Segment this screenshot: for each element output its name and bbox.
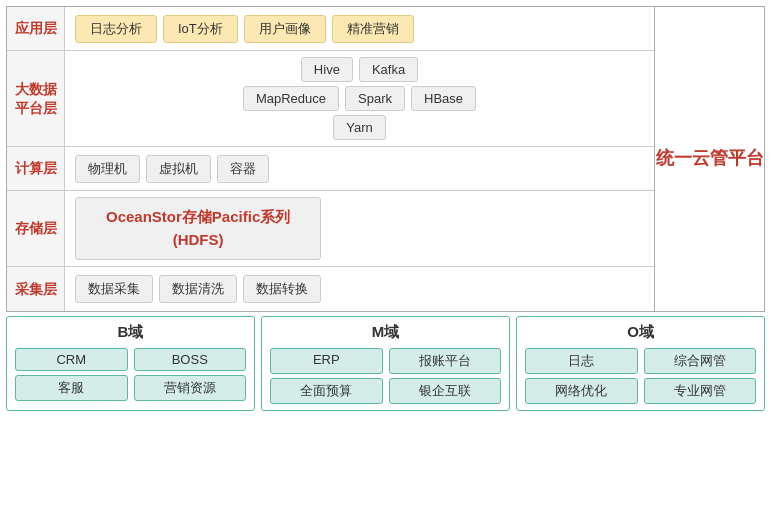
chip-physical: 物理机 <box>75 155 140 183</box>
domain-o-title: O域 <box>525 323 756 342</box>
chip-hbase: HBase <box>411 86 476 111</box>
chip-zhonghe: 综合网管 <box>644 348 757 374</box>
domain-o-row2: 网络优化 专业网管 <box>525 378 756 404</box>
chip-datatransform: 数据转换 <box>243 275 321 303</box>
chip-erp: ERP <box>270 348 383 374</box>
chip-user: 用户画像 <box>244 15 326 43</box>
domain-o: O域 日志 综合网管 网络优化 专业网管 <box>516 316 765 411</box>
chip-crm: CRM <box>15 348 128 371</box>
chip-iot: IoT分析 <box>163 15 238 43</box>
layer-content-app: 日志分析 IoT分析 用户画像 精准营销 <box>65 9 654 49</box>
chip-baozhangtai: 报账平台 <box>389 348 502 374</box>
layer-label-storage: 存储层 <box>7 191 65 266</box>
chip-spark: Spark <box>345 86 405 111</box>
chip-dataclean: 数据清洗 <box>159 275 237 303</box>
domain-m-items: ERP 报账平台 全面预算 银企互联 <box>270 348 501 404</box>
unified-cloud-label: 统一云管平台 <box>656 146 764 171</box>
domain-o-items: 日志 综合网管 网络优化 专业网管 <box>525 348 756 404</box>
domain-b: B域 CRM BOSS 客服 营销资源 <box>6 316 255 411</box>
chip-kafka: Kafka <box>359 57 418 82</box>
chip-yingxiao: 营销资源 <box>134 375 247 401</box>
domain-b-row1: CRM BOSS <box>15 348 246 371</box>
chip-marketing: 精准营销 <box>332 15 414 43</box>
platform-row-3: Yarn <box>75 115 644 140</box>
right-panel: 统一云管平台 <box>654 7 764 311</box>
layer-app: 应用层 日志分析 IoT分析 用户画像 精准营销 <box>7 7 654 51</box>
layer-label-collect: 采集层 <box>7 267 65 311</box>
layer-content-platform: Hive Kafka MapReduce Spark HBase Yarn <box>65 51 654 146</box>
domain-m: M域 ERP 报账平台 全面预算 银企互联 <box>261 316 510 411</box>
chip-yarn: Yarn <box>333 115 386 140</box>
layer-content-collect: 数据采集 数据清洗 数据转换 <box>65 269 654 309</box>
chip-log: 日志 <box>525 348 638 374</box>
domains-section: B域 CRM BOSS 客服 营销资源 M域 ERP 报账平台 <box>6 316 765 411</box>
layer-compute: 计算层 物理机 虚拟机 容器 <box>7 147 654 191</box>
chip-quanmianyusuan: 全面预算 <box>270 378 383 404</box>
domain-b-row2: 客服 营销资源 <box>15 375 246 401</box>
domain-o-row1: 日志 综合网管 <box>525 348 756 374</box>
chip-yinjuhulian: 银企互联 <box>389 378 502 404</box>
domain-m-title: M域 <box>270 323 501 342</box>
layer-label-platform: 大数据平台层 <box>7 51 65 146</box>
chip-wangluo: 网络优化 <box>525 378 638 404</box>
chip-mapreduce: MapReduce <box>243 86 339 111</box>
domain-m-row1: ERP 报账平台 <box>270 348 501 374</box>
platform-row-1: Hive Kafka <box>75 57 644 82</box>
arch-diagram: 应用层 日志分析 IoT分析 用户画像 精准营销 大数据平台层 Hive Kaf… <box>6 6 765 312</box>
layer-content-storage: OceanStor存储Pacific系列(HDFS) <box>65 191 654 266</box>
main-container: 应用层 日志分析 IoT分析 用户画像 精准营销 大数据平台层 Hive Kaf… <box>0 0 771 514</box>
chip-hive: Hive <box>301 57 353 82</box>
chip-boss: BOSS <box>134 348 247 371</box>
chip-rizhi: 日志分析 <box>75 15 157 43</box>
domain-m-row2: 全面预算 银企互联 <box>270 378 501 404</box>
layer-storage: 存储层 OceanStor存储Pacific系列(HDFS) <box>7 191 654 267</box>
chip-datacollect: 数据采集 <box>75 275 153 303</box>
chip-virtual: 虚拟机 <box>146 155 211 183</box>
layer-platform: 大数据平台层 Hive Kafka MapReduce Spark HBase … <box>7 51 654 147</box>
storage-box: OceanStor存储Pacific系列(HDFS) <box>75 197 321 260</box>
layers-section: 应用层 日志分析 IoT分析 用户画像 精准营销 大数据平台层 Hive Kaf… <box>7 7 654 311</box>
chip-container: 容器 <box>217 155 269 183</box>
domain-b-title: B域 <box>15 323 246 342</box>
layer-label-compute: 计算层 <box>7 147 65 190</box>
layer-label-app: 应用层 <box>7 7 65 50</box>
domain-b-items: CRM BOSS 客服 营销资源 <box>15 348 246 401</box>
layer-content-compute: 物理机 虚拟机 容器 <box>65 149 654 189</box>
chip-kefu: 客服 <box>15 375 128 401</box>
platform-row-2: MapReduce Spark HBase <box>75 86 644 111</box>
layer-collect: 采集层 数据采集 数据清洗 数据转换 <box>7 267 654 311</box>
chip-zhuanye: 专业网管 <box>644 378 757 404</box>
